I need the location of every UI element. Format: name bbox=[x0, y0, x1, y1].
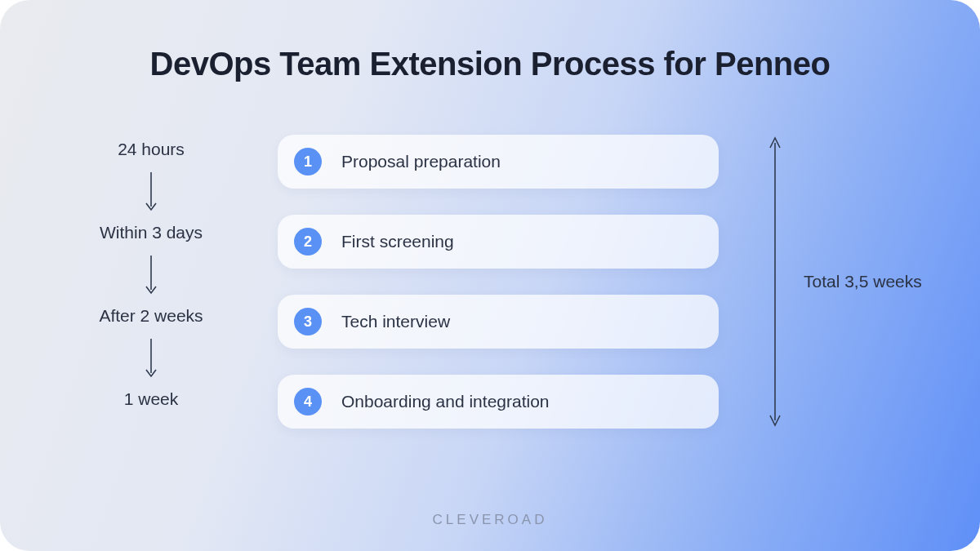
step-item: 3 Tech interview bbox=[278, 295, 719, 349]
diagram-card: DevOps Team Extension Process for Penneo… bbox=[0, 0, 980, 551]
step-item: 4 Onboarding and integration bbox=[278, 375, 719, 429]
steps-column: 1 Proposal preparation 2 First screening… bbox=[278, 135, 719, 429]
step-label: Onboarding and integration bbox=[341, 392, 550, 411]
content-grid: 24 hours Within 3 days After 2 weeks 1 w… bbox=[57, 135, 923, 429]
step-number-badge: 4 bbox=[294, 388, 322, 415]
timeline-label: Within 3 days bbox=[100, 223, 203, 242]
step-number-badge: 3 bbox=[294, 308, 322, 335]
brand-watermark: CLEVEROAD bbox=[0, 512, 980, 528]
step-label: First screening bbox=[341, 232, 454, 251]
timeline-column: 24 hours Within 3 days After 2 weeks 1 w… bbox=[57, 135, 245, 409]
timeline-label: After 2 weeks bbox=[99, 306, 203, 326]
arrow-down-icon bbox=[145, 337, 158, 378]
page-title: DevOps Team Extension Process for Penneo bbox=[57, 46, 923, 82]
double-arrow-vertical-icon bbox=[768, 135, 782, 429]
timeline-label: 1 week bbox=[124, 389, 179, 409]
step-label: Tech interview bbox=[341, 312, 450, 331]
step-number-badge: 2 bbox=[294, 228, 322, 256]
arrow-down-icon bbox=[145, 254, 158, 295]
total-label: Total 3,5 weeks bbox=[804, 272, 922, 291]
step-item: 1 Proposal preparation bbox=[278, 135, 719, 189]
step-item: 2 First screening bbox=[278, 215, 719, 269]
total-column: Total 3,5 weeks bbox=[751, 135, 923, 429]
arrow-down-icon bbox=[145, 171, 158, 211]
step-number-badge: 1 bbox=[294, 148, 322, 176]
timeline-label: 24 hours bbox=[118, 140, 185, 159]
step-label: Proposal preparation bbox=[341, 152, 501, 171]
